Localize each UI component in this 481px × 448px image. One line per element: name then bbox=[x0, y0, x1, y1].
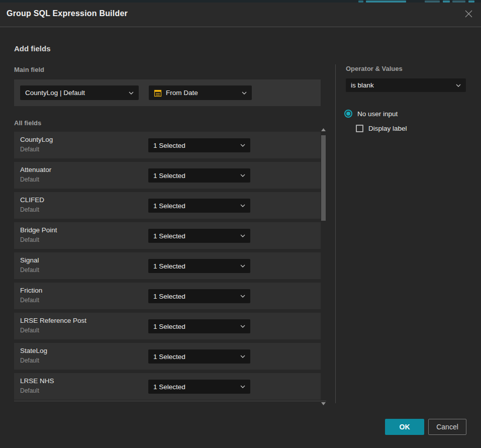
field-name: LRSE NHS bbox=[20, 377, 54, 385]
field-name: LRSE Reference Post bbox=[20, 317, 86, 324]
chevron-down-icon bbox=[240, 355, 245, 358]
field-selection-dropdown[interactable]: 1 Selected bbox=[148, 380, 250, 394]
field-selection-dropdown[interactable]: 1 Selected bbox=[148, 229, 250, 243]
all-fields-list: CountyLog Default 1 Selected Attenuator … bbox=[14, 132, 321, 401]
field-selection-dropdown[interactable]: 1 Selected bbox=[148, 289, 250, 303]
chevron-down-icon bbox=[456, 84, 461, 87]
close-button[interactable] bbox=[463, 10, 473, 20]
close-icon bbox=[464, 10, 473, 20]
scroll-up-icon[interactable] bbox=[321, 128, 326, 131]
field-name: StateLog bbox=[20, 347, 47, 354]
sql-expression-builder-dialog: Group SQL Expression Builder Add fields … bbox=[0, 3, 481, 448]
chevron-down-icon bbox=[240, 174, 245, 177]
scroll-down-icon[interactable] bbox=[321, 402, 326, 405]
all-fields-label: All fields bbox=[14, 119, 41, 127]
selection-value: 1 Selected bbox=[153, 142, 185, 149]
chevron-down-icon bbox=[240, 234, 245, 237]
field-row: CountyLog Default 1 Selected bbox=[14, 132, 321, 158]
no-user-input-radio[interactable]: No user input bbox=[344, 110, 398, 118]
operator-select[interactable]: is blank bbox=[346, 78, 466, 92]
selection-value: 1 Selected bbox=[153, 383, 185, 391]
cancel-button[interactable]: Cancel bbox=[428, 419, 466, 435]
dialog-titlebar: Group SQL Expression Builder bbox=[0, 3, 481, 27]
field-row: LRSE Reference Post Default 1 Selected bbox=[14, 313, 321, 339]
operator-values-label: Operator & Values bbox=[346, 65, 403, 72]
field-row: Bridge Point Default 1 Selected bbox=[14, 222, 321, 249]
calendar-date-icon bbox=[154, 89, 162, 97]
field-type: Default bbox=[20, 387, 39, 394]
ok-button[interactable]: OK bbox=[385, 419, 424, 435]
field-row: Attenuator Default 1 Selected bbox=[14, 162, 321, 189]
field-row: LRSE NHS Default 1 Selected bbox=[14, 373, 321, 400]
field-selection-dropdown[interactable]: 1 Selected bbox=[148, 168, 250, 183]
layer-select-value: CountyLog | Default bbox=[25, 89, 85, 97]
date-field-value: From Date bbox=[166, 89, 198, 97]
list-scrollbar[interactable] bbox=[321, 128, 326, 406]
chevron-down-icon bbox=[240, 144, 245, 147]
selection-value: 1 Selected bbox=[153, 293, 185, 300]
field-row: Signal Default 1 Selected bbox=[14, 252, 321, 279]
operator-value: is blank bbox=[351, 81, 374, 89]
selection-value: 1 Selected bbox=[153, 232, 185, 240]
field-type: Default bbox=[20, 176, 39, 183]
chevron-down-icon bbox=[240, 204, 245, 207]
field-type: Default bbox=[20, 146, 39, 153]
field-row: CLIFED Default 1 Selected bbox=[14, 192, 321, 219]
dialog-title: Group SQL Expression Builder bbox=[7, 9, 128, 18]
selection-value: 1 Selected bbox=[153, 353, 185, 361]
chevron-down-icon bbox=[129, 92, 134, 95]
field-row: StateLog Default 1 Selected bbox=[14, 343, 321, 370]
field-selection-dropdown[interactable]: 1 Selected bbox=[148, 138, 250, 152]
field-type: Default bbox=[20, 327, 39, 334]
chevron-down-icon bbox=[240, 385, 245, 388]
scrollbar-thumb[interactable] bbox=[321, 135, 326, 221]
field-name: Attenuator bbox=[20, 166, 51, 173]
checkbox-unchecked-icon bbox=[356, 125, 363, 132]
main-field-label: Main field bbox=[14, 66, 44, 73]
chevron-down-icon bbox=[240, 295, 245, 298]
field-name: Friction bbox=[20, 287, 42, 294]
screen: Group SQL Expression Builder Add fields … bbox=[0, 0, 481, 448]
selection-value: 1 Selected bbox=[153, 172, 185, 180]
selection-value: 1 Selected bbox=[153, 262, 185, 270]
selection-value: 1 Selected bbox=[153, 323, 185, 330]
main-date-field-select[interactable]: From Date bbox=[149, 85, 252, 100]
field-name: Bridge Point bbox=[20, 226, 57, 234]
field-row: Friction Default 1 Selected bbox=[14, 283, 321, 309]
field-type: Default bbox=[20, 357, 39, 364]
field-name: Signal bbox=[20, 256, 39, 264]
chevron-down-icon bbox=[240, 264, 245, 267]
field-name: CountyLog bbox=[20, 136, 53, 143]
field-type: Default bbox=[20, 297, 39, 304]
field-selection-dropdown[interactable]: 1 Selected bbox=[148, 319, 250, 333]
radio-selected-icon bbox=[344, 110, 352, 118]
no-user-input-label: No user input bbox=[357, 110, 398, 118]
main-field-container: CountyLog | Default From Date bbox=[14, 79, 321, 106]
chevron-down-icon bbox=[242, 92, 247, 95]
field-type: Default bbox=[20, 206, 39, 213]
display-label-text: Display label bbox=[368, 125, 407, 132]
chevron-down-icon bbox=[240, 325, 245, 328]
selection-value: 1 Selected bbox=[153, 202, 185, 210]
main-layer-select[interactable]: CountyLog | Default bbox=[20, 85, 139, 100]
field-selection-dropdown[interactable]: 1 Selected bbox=[148, 199, 250, 213]
field-type: Default bbox=[20, 236, 39, 243]
panel-divider bbox=[335, 64, 336, 403]
field-selection-dropdown[interactable]: 1 Selected bbox=[148, 349, 250, 364]
field-selection-dropdown[interactable]: 1 Selected bbox=[148, 259, 250, 273]
list-clip-edge bbox=[14, 401, 326, 401]
field-name: CLIFED bbox=[20, 196, 44, 204]
field-type: Default bbox=[20, 266, 39, 274]
radio-dot bbox=[346, 112, 350, 116]
display-label-checkbox[interactable]: Display label bbox=[356, 125, 407, 132]
add-fields-heading: Add fields bbox=[14, 44, 51, 53]
